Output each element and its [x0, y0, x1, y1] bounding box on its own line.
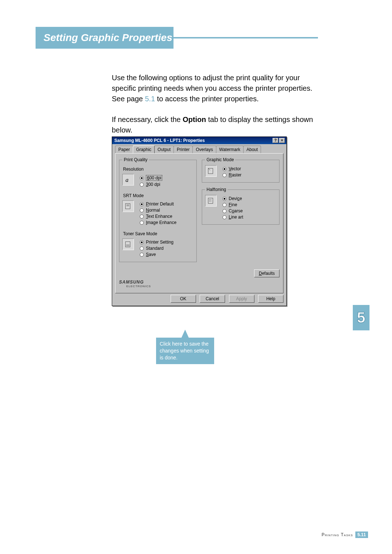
- graphic-mode-icon: [205, 165, 217, 177]
- text: If necessary, click the: [112, 115, 183, 123]
- help-button[interactable]: Help: [258, 295, 283, 303]
- svg-rect-7: [208, 198, 213, 204]
- ok-button[interactable]: OK: [171, 295, 196, 303]
- resolution-label: Resolution: [123, 167, 193, 172]
- logo-text: SAMSUNG: [119, 280, 279, 285]
- svg-point-8: [209, 199, 210, 200]
- toner-save-label: Toner Save Mode: [123, 231, 193, 236]
- radio-printer-default[interactable]: Printer Default: [140, 201, 193, 207]
- tab-strip: Paper Graphic Output Printer Overlays Wa…: [115, 146, 283, 153]
- srt-mode-label: SRT Mode: [123, 193, 193, 198]
- svg-text:a: a: [126, 176, 128, 183]
- intro-paragraph-1: Use the following options to adjust the …: [112, 73, 318, 104]
- radio-standard[interactable]: Standard: [140, 246, 193, 251]
- chapter-thumb-tab: 5: [353, 305, 369, 330]
- print-quality-group: Print Quality Resolution a 6600 dpi00 dp…: [119, 157, 197, 262]
- radio-text-enhance[interactable]: Text Enhance: [140, 214, 193, 219]
- logo-subtext: ELECTRONICS: [126, 285, 279, 288]
- tab-watermark[interactable]: Watermark: [216, 146, 244, 153]
- close-icon[interactable]: ×: [279, 138, 285, 143]
- radio-save[interactable]: Save: [140, 252, 193, 257]
- section-heading-bar: Setting Graphic Properties: [36, 27, 173, 49]
- toner-icon: [122, 239, 134, 250]
- tab-about[interactable]: About: [243, 146, 261, 153]
- tab-printer[interactable]: Printer: [173, 146, 193, 153]
- dialog-body: Paper Graphic Output Printer Overlays Wa…: [112, 144, 286, 306]
- intro-paragraph-2: If necessary, click the Option tab to di…: [112, 114, 318, 135]
- properties-dialog: Samsung ML-4600 PCL 6 - LPT1: Properties…: [112, 137, 287, 306]
- radio-device[interactable]: Device: [222, 196, 276, 201]
- halftoning-legend: Halftoning: [205, 187, 228, 192]
- graphic-mode-group: Graphic Mode Vector Raster: [202, 157, 279, 183]
- resolution-icon: a: [122, 174, 134, 186]
- tab-output[interactable]: Output: [154, 146, 174, 153]
- radio-600dpi[interactable]: 6600 dpi00 dpi: [140, 175, 193, 181]
- brand-logo: SAMSUNG ELECTRONICS: [119, 280, 279, 288]
- radio-image-enhance[interactable]: Image Enhance: [140, 220, 193, 225]
- footer-page-number: 5.11: [355, 531, 368, 538]
- intro-text: Use the following options to adjust the …: [112, 73, 318, 135]
- halftoning-group: Halftoning Device Fine Coarse Line art: [202, 187, 279, 225]
- chapter-number: 5: [357, 309, 365, 326]
- tab-paper[interactable]: Paper: [115, 146, 133, 153]
- srt-icon: [122, 200, 134, 212]
- svg-point-9: [211, 199, 211, 200]
- svg-rect-1: [126, 204, 130, 209]
- radio-coarse[interactable]: Coarse: [222, 208, 276, 213]
- svg-rect-5: [126, 244, 130, 247]
- section-heading: Setting Graphic Properties: [44, 32, 172, 44]
- radio-vector[interactable]: Vector: [222, 166, 276, 171]
- option-tab-name: Option: [183, 115, 206, 123]
- svg-point-11: [211, 201, 211, 201]
- dialog-titlebar: Samsung ML-4600 PCL 6 - LPT1: Properties…: [112, 137, 286, 144]
- tab-panel-graphic: Print Quality Resolution a 6600 dpi00 dp…: [115, 153, 283, 293]
- radio-300dpi[interactable]: 300 dpi: [140, 182, 193, 187]
- graphic-mode-legend: Graphic Mode: [205, 157, 235, 162]
- cancel-button[interactable]: Cancel: [200, 295, 225, 303]
- radio-printer-setting[interactable]: Printer Setting: [140, 240, 193, 245]
- radio-raster[interactable]: Raster: [222, 172, 276, 178]
- radio-normal[interactable]: Normal: [140, 208, 193, 213]
- radio-fine[interactable]: Fine: [222, 202, 276, 207]
- svg-point-10: [209, 201, 210, 201]
- page-ref-link[interactable]: 5.1: [145, 95, 155, 103]
- tab-overlays[interactable]: Overlays: [192, 146, 216, 153]
- text: to access the printer properties.: [155, 95, 259, 103]
- heading-rule: [173, 37, 318, 38]
- defaults-button[interactable]: Defaults: [254, 269, 279, 277]
- ok-callout: Click here to save the changes when sett…: [156, 338, 214, 364]
- radio-line-art[interactable]: Line art: [222, 215, 276, 220]
- print-quality-legend: Print Quality: [122, 157, 149, 162]
- help-icon[interactable]: ?: [273, 138, 278, 143]
- apply-button[interactable]: Apply: [229, 295, 254, 303]
- halftoning-icon: [205, 195, 217, 207]
- page-footer: Printing Tasks 5.11: [322, 531, 368, 538]
- dialog-title: Samsung ML-4600 PCL 6 - LPT1: Properties: [114, 138, 272, 143]
- footer-section: Printing Tasks: [322, 532, 353, 537]
- tab-graphic[interactable]: Graphic: [133, 146, 155, 153]
